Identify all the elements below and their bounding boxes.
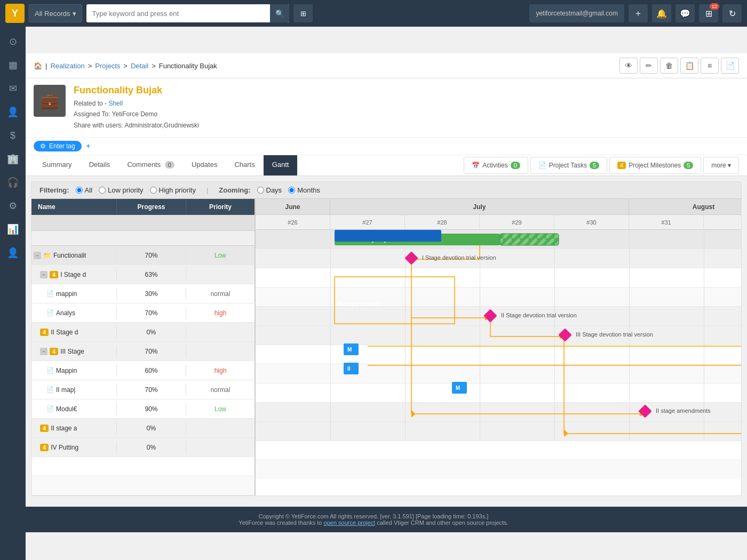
home-icon[interactable]: 🏠 xyxy=(34,62,42,70)
zoom-days[interactable]: Days xyxy=(257,186,282,194)
tag-add-button[interactable]: + xyxy=(86,141,91,151)
row-name[interactable]: I Stage d xyxy=(60,271,86,278)
add-button[interactable]: ＋ xyxy=(629,4,648,22)
row-name-cell: 📄 Modul€ xyxy=(31,403,117,415)
edit-button[interactable]: ✏ xyxy=(640,58,658,74)
breadcrumb-detail[interactable]: Detail xyxy=(131,62,148,70)
search-bar: 🔍 xyxy=(86,4,289,22)
tab-summary[interactable]: Summary xyxy=(34,155,81,175)
row-name[interactable]: II Stage d xyxy=(51,329,78,336)
row-name[interactable]: Functionalit xyxy=(53,252,86,259)
week-29: #29 xyxy=(480,215,554,229)
tabs-bar: Summary Details Comments 0 Updates Chart… xyxy=(26,155,747,176)
tab-updates[interactable]: Updates xyxy=(183,155,226,175)
sidebar-building-icon[interactable]: 🏢 xyxy=(2,148,23,170)
activities-badge: 0 xyxy=(511,162,520,169)
week-28: #28 xyxy=(405,215,480,229)
tab-activities[interactable]: 📅 Activities 0 xyxy=(464,157,528,174)
filter-low[interactable]: Low priority xyxy=(99,186,143,194)
refresh-button[interactable]: ↻ xyxy=(722,4,742,22)
record-shared: Share with users: Administrator,Grudniew… xyxy=(74,120,199,131)
preview-button[interactable]: 👁 xyxy=(619,58,638,74)
related-link[interactable]: Shell xyxy=(108,100,123,107)
filter-high[interactable]: High priority xyxy=(150,186,196,194)
copy-button[interactable]: 📋 xyxy=(680,58,698,74)
sidebar-settings-icon[interactable]: ⚙ xyxy=(2,195,23,217)
apps-button[interactable]: ⊞ 12 xyxy=(699,4,718,22)
row-name[interactable]: Analys xyxy=(56,309,75,317)
delete-button[interactable]: 🗑 xyxy=(660,58,678,74)
milestone-badge: 4 xyxy=(50,271,58,278)
row-priority xyxy=(186,330,255,334)
tab-gantt[interactable]: Gantt xyxy=(264,155,298,175)
app-logo[interactable]: Y xyxy=(5,4,25,23)
activities-icon: 📅 xyxy=(472,162,480,169)
row-priority xyxy=(186,273,255,277)
row-name[interactable]: III Stage xyxy=(60,348,84,355)
table-row-empty xyxy=(31,476,255,495)
row-priority xyxy=(186,349,255,354)
tag-input[interactable]: ⚙ Enter tag xyxy=(34,141,82,151)
row-name-cell: 📄 Mappin xyxy=(31,365,117,377)
sidebar-headset-icon[interactable]: 🎧 xyxy=(2,172,23,193)
sidebar-user-icon[interactable]: 👤 xyxy=(2,242,23,263)
breadcrumb-realization[interactable]: Realization xyxy=(50,62,84,70)
sidebar-dashboard-icon[interactable]: ▦ xyxy=(2,54,23,76)
sidebar-chart-icon[interactable]: 📊 xyxy=(2,219,23,240)
row-priority: normal xyxy=(186,384,255,396)
messages-button[interactable]: 💬 xyxy=(676,4,695,22)
record-type-select[interactable]: All Records ▾ xyxy=(29,4,82,22)
tag-placeholder: Enter tag xyxy=(49,142,75,150)
expand-btn[interactable]: − xyxy=(40,348,47,355)
breadcrumb-projects[interactable]: Projects xyxy=(95,62,120,70)
milestones-badge: 5 xyxy=(684,162,693,169)
sidebar-dollar-icon[interactable]: $ xyxy=(2,125,23,146)
record-info: Functionality Bujak Related to - Shell A… xyxy=(74,85,199,131)
more-tabs-button[interactable]: more ▾ xyxy=(703,157,739,174)
month-august: August xyxy=(629,199,741,214)
row-name[interactable]: mappin xyxy=(56,290,77,298)
row-name[interactable]: IV Putting xyxy=(51,444,78,451)
filter-all[interactable]: All xyxy=(76,186,92,194)
row-name[interactable]: Modul€ xyxy=(56,405,77,413)
breadcrumb-sep-0: | xyxy=(45,62,47,70)
search-button[interactable]: 🔍 xyxy=(270,4,289,22)
row-progress: 63% xyxy=(117,269,186,281)
row-progress: 0% xyxy=(117,326,186,338)
search-input[interactable] xyxy=(86,7,270,20)
row-name-cell: 📄 Analys xyxy=(31,307,117,319)
row-name[interactable]: II map| xyxy=(56,386,75,394)
breadcrumb-arrow-3: > xyxy=(152,62,156,70)
tab-charts[interactable]: Charts xyxy=(226,155,263,175)
expand-btn[interactable]: − xyxy=(34,252,41,259)
list-button[interactable]: ≡ xyxy=(701,58,719,74)
row-name-cell: 4 II stage a xyxy=(31,422,117,434)
sidebar-home-icon[interactable]: ⊙ xyxy=(2,31,23,52)
row-priority: high xyxy=(186,307,255,319)
filter-label: Filtering: xyxy=(39,186,69,194)
sidebar-email-icon[interactable]: ✉ xyxy=(2,78,23,99)
record-header: 💼 Functionality Bujak Related to - Shell… xyxy=(26,78,747,138)
expand-btn[interactable]: − xyxy=(40,271,47,278)
chart-row-12 xyxy=(256,460,741,479)
row-progress: 0% xyxy=(117,442,186,453)
row-name[interactable]: II stage a xyxy=(51,425,77,432)
sidebar-contacts-icon[interactable]: 👤 xyxy=(2,101,23,123)
notifications-button[interactable]: 🔔 xyxy=(652,4,671,22)
row-priority: normal xyxy=(186,288,255,300)
grid-view-button[interactable]: ⊞ xyxy=(293,4,313,22)
row-priority: high xyxy=(186,365,255,377)
footer-credit: YetiForce was created thanks to open sou… xyxy=(6,519,741,526)
col-progress-header: Progress xyxy=(117,199,186,215)
more-actions-button[interactable]: 📄 xyxy=(721,58,739,74)
tab-comments[interactable]: Comments 0 xyxy=(118,155,183,175)
row-name[interactable]: Mappin xyxy=(56,367,77,374)
tab-details[interactable]: Details xyxy=(81,155,119,175)
row-name-cell: 4 IV Putting xyxy=(31,442,117,453)
tab-project-milestones[interactable]: 4 Project Milestones 5 xyxy=(609,157,701,174)
footer-link[interactable]: open source project xyxy=(324,519,376,526)
zoom-months[interactable]: Months xyxy=(288,186,320,194)
tasks-label: Project Tasks xyxy=(549,162,587,169)
row-priority: Low xyxy=(186,250,255,261)
tab-project-tasks[interactable]: 📄 Project Tasks 5 xyxy=(530,157,607,174)
